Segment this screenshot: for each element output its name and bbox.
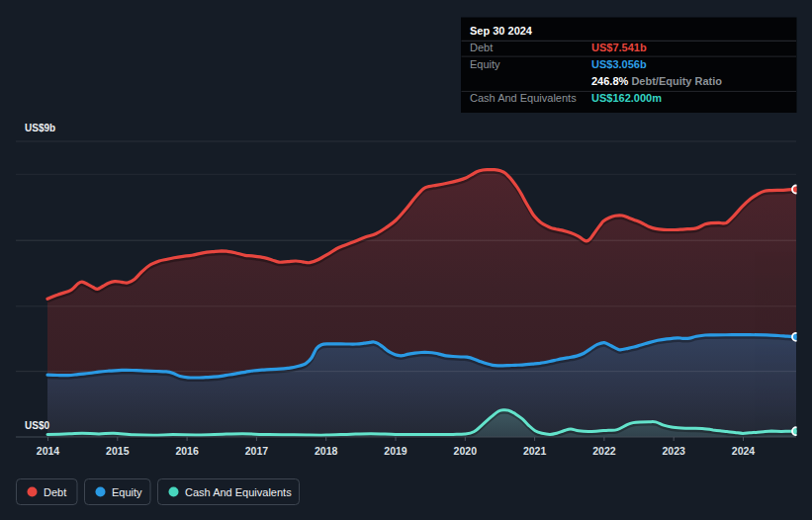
svg-text:2019: 2019 — [384, 445, 407, 457]
svg-text:US$162.000m: US$162.000m — [591, 92, 662, 104]
svg-text:US$9b: US$9b — [25, 123, 55, 133]
svg-text:2020: 2020 — [454, 445, 478, 457]
svg-text:Equity: Equity — [470, 58, 500, 70]
svg-text:Debt: Debt — [470, 42, 493, 53]
svg-text:Equity: Equity — [112, 486, 142, 498]
svg-text:US$3.056b: US$3.056b — [591, 58, 647, 70]
svg-text:US$0: US$0 — [25, 420, 49, 431]
svg-text:Cash And Equivalents: Cash And Equivalents — [185, 486, 292, 498]
svg-text:2014: 2014 — [37, 445, 60, 457]
svg-text:2023: 2023 — [663, 445, 686, 457]
svg-text:2022: 2022 — [592, 445, 616, 457]
svg-text:Cash And Equivalents: Cash And Equivalents — [470, 92, 577, 104]
svg-text:2016: 2016 — [175, 445, 199, 457]
svg-text:Debt: Debt — [44, 486, 66, 498]
svg-text:Sep 30 2024: Sep 30 2024 — [470, 25, 533, 37]
svg-text:2024: 2024 — [732, 445, 756, 457]
svg-text:US$7.541b: US$7.541b — [591, 42, 647, 53]
svg-text:2015: 2015 — [106, 445, 130, 457]
svg-text:2018: 2018 — [315, 445, 338, 457]
svg-text:2017: 2017 — [245, 445, 269, 457]
svg-text:2021: 2021 — [523, 445, 547, 457]
svg-text:246.8% Debt/Equity Ratio: 246.8% Debt/Equity Ratio — [591, 75, 722, 87]
